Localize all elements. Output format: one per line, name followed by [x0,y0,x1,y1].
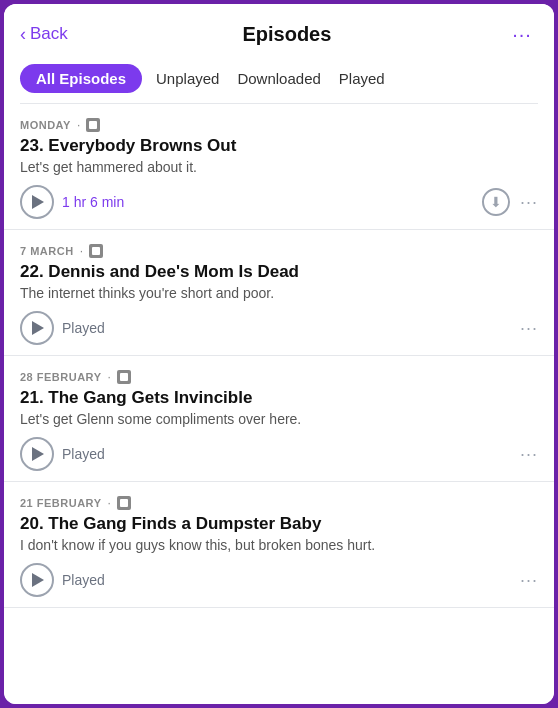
play-icon [32,573,44,587]
episode-item: 28 FEBRUARY · 21. The Gang Gets Invincib… [4,356,554,482]
tab-played[interactable]: Played [335,64,389,93]
episode-meta: 7 MARCH · [20,244,538,258]
episode-action-icons: ⬇ ··· [482,188,538,216]
play-row: Played [20,311,105,345]
play-icon [32,321,44,335]
episode-action-icons: ··· [520,570,538,591]
episode-description: The internet thinks you're short and poo… [20,285,538,301]
episode-icon-inner [120,373,128,381]
episode-title: 20. The Gang Finds a Dumpster Baby [20,514,538,534]
episode-title: 23. Everybody Browns Out [20,136,538,156]
tab-unplayed[interactable]: Unplayed [152,64,223,93]
episode-played-label: Played [62,446,105,462]
play-button[interactable] [20,185,54,219]
episode-meta: MONDAY · [20,118,538,132]
episode-icon-inner [89,121,97,129]
episode-date: 7 MARCH [20,245,74,257]
more-options-button[interactable]: ··· [506,18,538,50]
episode-actions: Played ··· [20,563,538,597]
episode-actions: 1 hr 6 min ⬇ ··· [20,185,538,219]
episode-actions: Played ··· [20,311,538,345]
tab-downloaded[interactable]: Downloaded [233,64,324,93]
episode-type-icon [89,244,103,258]
episode-action-icons: ··· [520,444,538,465]
episode-played-label: Played [62,572,105,588]
episode-title: 21. The Gang Gets Invincible [20,388,538,408]
play-icon [32,195,44,209]
episode-meta: 21 FEBRUARY · [20,496,538,510]
episode-item: 21 FEBRUARY · 20. The Gang Finds a Dumps… [4,482,554,608]
episode-more-icon[interactable]: ··· [520,192,538,213]
episode-icon-inner [92,247,100,255]
play-button[interactable] [20,311,54,345]
episode-type-icon [86,118,100,132]
play-icon [32,447,44,461]
dot-separator: · [77,118,80,132]
episode-meta: 28 FEBRUARY · [20,370,538,384]
episode-more-icon[interactable]: ··· [520,444,538,465]
play-row: 1 hr 6 min [20,185,124,219]
episode-duration: 1 hr 6 min [62,194,124,210]
page-title: Episodes [68,23,506,46]
dot-separator: · [108,496,111,510]
episode-description: Let's get hammered about it. [20,159,538,175]
episode-type-icon [117,496,131,510]
episode-description: I don't know if you guys know this, but … [20,537,538,553]
filter-tabs: All Episodes Unplayed Downloaded Played [4,58,554,103]
back-label: Back [30,24,68,44]
episode-date: MONDAY [20,119,71,131]
episode-description: Let's get Glenn some compliments over he… [20,411,538,427]
episode-actions: Played ··· [20,437,538,471]
episode-played-label: Played [62,320,105,336]
episode-title: 22. Dennis and Dee's Mom Is Dead [20,262,538,282]
episodes-list: MONDAY · 23. Everybody Browns Out Let's … [4,104,554,704]
dot-separator: · [80,244,83,258]
back-button[interactable]: ‹ Back [20,24,68,44]
play-button[interactable] [20,563,54,597]
back-chevron-icon: ‹ [20,25,26,43]
episode-item: 7 MARCH · 22. Dennis and Dee's Mom Is De… [4,230,554,356]
episode-type-icon [117,370,131,384]
tab-all-episodes[interactable]: All Episodes [20,64,142,93]
download-icon[interactable]: ⬇ [482,188,510,216]
play-button[interactable] [20,437,54,471]
more-dots-icon: ··· [512,23,532,46]
episode-icon-inner [120,499,128,507]
dot-separator: · [108,370,111,384]
episode-more-icon[interactable]: ··· [520,570,538,591]
episode-date: 21 FEBRUARY [20,497,102,509]
header: ‹ Back Episodes ··· [4,4,554,58]
episode-more-icon[interactable]: ··· [520,318,538,339]
episode-item: MONDAY · 23. Everybody Browns Out Let's … [4,104,554,230]
episode-date: 28 FEBRUARY [20,371,102,383]
play-row: Played [20,563,105,597]
app-screen: ‹ Back Episodes ··· All Episodes Unplaye… [0,0,558,708]
episode-action-icons: ··· [520,318,538,339]
play-row: Played [20,437,105,471]
